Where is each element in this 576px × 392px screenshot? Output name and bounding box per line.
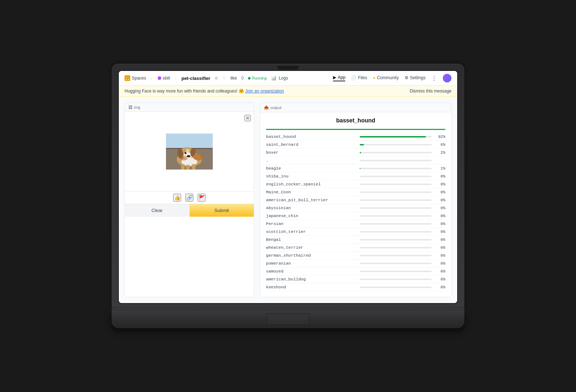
result-item: english_cocker_spaniel0% (266, 180, 445, 188)
notification-banner: Hugging Face is way more fun with friend… (119, 86, 457, 97)
nav-sep-1: / (151, 76, 153, 81)
more-icon[interactable]: ⋮ (431, 75, 437, 82)
result-item: samoyed0% (266, 267, 445, 275)
result-pct: 0% (435, 214, 445, 218)
dismiss-button[interactable]: Dismiss this message (410, 89, 451, 94)
result-pct: 0% (435, 222, 445, 226)
like-count: 0 (241, 76, 244, 81)
join-link[interactable]: Join an organization (245, 89, 284, 94)
result-item: Bengal0% (266, 236, 445, 244)
result-pct: 1% (435, 166, 445, 171)
result-label: english_cocker_spaniel (266, 182, 357, 186)
image-display: ✕ (125, 112, 254, 191)
tab-files[interactable]: 📄 Files (351, 75, 367, 81)
banner-content: Hugging Face is way more fun with friend… (125, 89, 284, 94)
laptop-frame: 🤗 Spaces / sbili / pet-classifier ⚙ ♡ li… (112, 64, 464, 328)
result-bar-container (360, 207, 432, 209)
laptop-hinge (112, 307, 464, 310)
result-item: wheaten_terrier0% (266, 244, 445, 252)
flag-icon-button[interactable]: 🚩 (198, 194, 206, 202)
spaces-link[interactable]: 🤗 Spaces (125, 75, 146, 81)
result-list: basset_hound92%saint_bernard6%boxer2%.be… (260, 133, 451, 297)
result-item: scottish_terrier0% (266, 228, 445, 236)
result-bar-container (360, 144, 432, 145)
result-label: basset_hound (266, 134, 357, 139)
result-bar-container (360, 271, 432, 272)
result-label: wheaten_terrier (266, 245, 357, 250)
result-bar-container (360, 223, 432, 225)
running-dot (248, 77, 251, 80)
result-label: scottish_terrier (266, 229, 357, 234)
image-actions: 👍 🔗 🚩 (125, 191, 254, 204)
nav-like-icon: ♡ (222, 76, 226, 81)
result-label: Persian (266, 221, 357, 226)
spaces-label: Spaces (132, 76, 146, 81)
laptop-lid: 🤗 Spaces / sbili / pet-classifier ⚙ ♡ li… (112, 64, 464, 307)
result-label: pomeranian (266, 261, 357, 266)
banner-text: Hugging Face is way more fun with friend… (125, 89, 244, 94)
user-badge[interactable]: sbili (158, 76, 170, 81)
output-panel-header: 📤 output (260, 103, 451, 112)
input-label-icon: 🖼 (129, 105, 132, 109)
tab-settings-icon: ⚙ (405, 75, 409, 80)
result-label: saint_bernard (266, 142, 357, 147)
repo-name[interactable]: pet-classifier (181, 76, 210, 81)
button-row: Clear Submit (125, 204, 254, 217)
nav-bar: 🤗 Spaces / sbili / pet-classifier ⚙ ♡ li… (119, 71, 457, 86)
tab-app[interactable]: ▶ App (333, 75, 345, 81)
clear-button[interactable]: Clear (125, 204, 190, 217)
result-pct: 0% (435, 206, 445, 210)
result-bar-container (360, 263, 432, 264)
camera-notch (277, 66, 299, 69)
result-pct: 0% (435, 198, 445, 202)
result-pct: 2% (435, 150, 445, 155)
input-panel: 🖼 img ✕ (125, 103, 254, 297)
close-image-button[interactable]: ✕ (244, 115, 251, 121)
nav-icon-sep: ⚙ (215, 76, 218, 81)
result-label: Abyssinian (266, 206, 357, 210)
svg-rect-15 (192, 164, 195, 170)
result-bar-container (360, 184, 432, 185)
result-bar-container (360, 168, 432, 169)
result-pct: 0% (435, 182, 445, 186)
tab-community-label: Community (377, 75, 399, 80)
share-icon-button[interactable]: 🔗 (185, 194, 193, 202)
copy-icon-button[interactable]: 👍 (173, 194, 181, 202)
tab-settings-label: Settings (410, 75, 426, 80)
result-label: japanese_chin (266, 213, 357, 218)
result-pct: 0% (435, 190, 445, 194)
logs-link[interactable]: 📊 Logs (271, 76, 288, 81)
tab-community-icon: ● (373, 75, 375, 80)
trackpad[interactable] (266, 314, 310, 325)
result-bar-container (360, 192, 432, 193)
result-label: samoyed (266, 269, 357, 274)
result-label: Maine_Coon (266, 190, 357, 194)
result-pct: 0% (435, 269, 445, 274)
tab-settings[interactable]: ⚙ Settings (405, 75, 426, 81)
result-pct: 0% (435, 261, 445, 266)
result-bar (360, 152, 361, 153)
dog-image (166, 134, 213, 170)
input-label: img (134, 105, 140, 109)
input-panel-header: 🖼 img (125, 103, 254, 112)
result-pct: 0% (435, 174, 445, 179)
result-pct: 0% (435, 238, 445, 242)
logs-label: Logs (279, 76, 288, 81)
nav-sep-2: / (175, 76, 176, 81)
running-badge: Running (248, 76, 267, 80)
result-bar-container (360, 287, 432, 288)
tab-app-label: App (338, 75, 345, 80)
submit-button[interactable]: Submit (190, 204, 254, 217)
like-label[interactable]: like (230, 76, 237, 81)
avatar[interactable] (443, 74, 451, 82)
result-label: american_pit_bull_terrier (266, 198, 357, 202)
tab-files-label: Files (358, 75, 367, 80)
svg-point-17 (180, 156, 188, 161)
main-content: 🖼 img ✕ (119, 97, 457, 303)
result-bar-container (360, 152, 432, 153)
tab-community[interactable]: ● Community (373, 75, 399, 81)
result-label: shiba_inu (266, 174, 357, 179)
result-pct: 0% (435, 277, 445, 281)
nav-right: ▶ App 📄 Files ● Community ⚙ (333, 74, 451, 82)
svg-point-11 (187, 155, 190, 157)
